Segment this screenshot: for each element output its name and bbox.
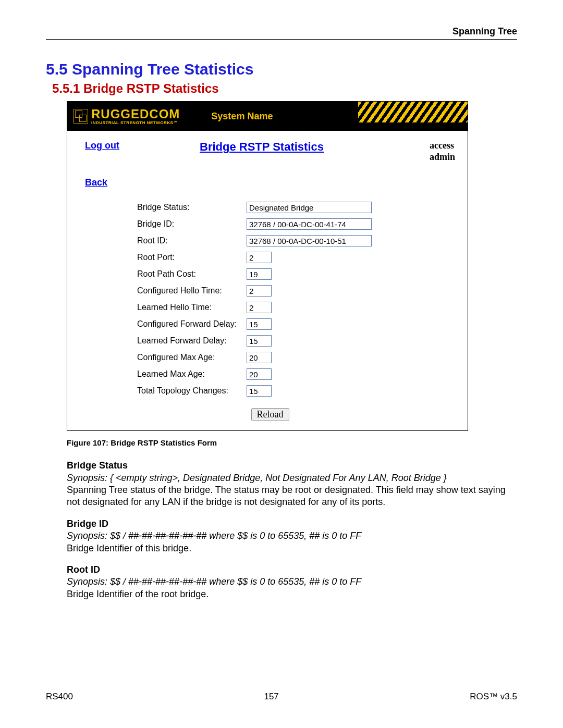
- form-input[interactable]: [247, 252, 272, 263]
- form-area: Bridge Status:Bridge ID:Root ID:Root Por…: [137, 202, 455, 397]
- form-input[interactable]: [247, 352, 272, 363]
- form-input[interactable]: [247, 385, 272, 397]
- form-input[interactable]: [247, 335, 272, 347]
- access-label: access admin: [430, 140, 455, 163]
- form-label: Configured Hello Time:: [137, 286, 247, 295]
- form-row: Root Path Cost:: [137, 268, 455, 280]
- divider: [46, 39, 517, 40]
- access-line1: access: [430, 140, 454, 151]
- form-row: Bridge Status:: [137, 202, 455, 213]
- panel-body: Log out Bridge RSTP Statistics access ad…: [67, 131, 468, 430]
- form-row: Configured Hello Time:: [137, 285, 455, 297]
- stats-panel: RUGGEDCOM INDUSTRIAL STRENGTH NETWORKS™ …: [67, 101, 468, 431]
- form-row: Bridge ID:: [137, 218, 455, 230]
- form-label: Root Path Cost:: [137, 269, 247, 279]
- form-label: Bridge ID:: [137, 219, 247, 229]
- reload-button[interactable]: Reload: [251, 408, 289, 421]
- form-label: Root Port:: [137, 253, 247, 262]
- description-block: Bridge Status Synopsis: { <empty string>…: [67, 460, 517, 600]
- heading-5-5: 5.5 Spanning Tree Statistics: [46, 60, 517, 78]
- footer-left: RS400: [46, 692, 73, 702]
- form-input[interactable]: [247, 285, 272, 297]
- form-label: Root ID:: [137, 236, 247, 245]
- form-input[interactable]: [247, 318, 272, 330]
- bridge-id-body: Bridge Identifier of this bridge.: [67, 542, 517, 554]
- panel-header: RUGGEDCOM INDUSTRIAL STRENGTH NETWORKS™ …: [67, 102, 468, 131]
- form-label: Configured Max Age:: [137, 353, 247, 362]
- form-row: Learned Hello Time:: [137, 302, 455, 313]
- bridge-id-synopsis: Synopsis: $$ / ##-##-##-##-##-## where $…: [67, 530, 517, 542]
- form-label: Learned Max Age:: [137, 369, 247, 379]
- form-input[interactable]: [247, 218, 372, 230]
- panel-title-link[interactable]: Bridge RSTP Statistics: [200, 140, 324, 154]
- form-label: Learned Forward Delay:: [137, 336, 247, 346]
- form-label: Learned Hello Time:: [137, 303, 247, 312]
- form-row: Configured Forward Delay:: [137, 318, 455, 330]
- access-line2: admin: [430, 152, 455, 162]
- footer-right: ROS™ v3.5: [470, 692, 517, 702]
- back-link[interactable]: Back: [85, 177, 107, 188]
- bridge-status-body: Spanning Tree status of the bridge. The …: [67, 484, 517, 509]
- logo-icon: [74, 109, 88, 124]
- logo: RUGGEDCOM INDUSTRIAL STRENGTH NETWORKS™: [67, 108, 180, 125]
- hazard-stripes-icon: [358, 102, 468, 122]
- bridge-status-synopsis: Synopsis: { <empty string>, Designated B…: [67, 472, 517, 484]
- system-name-label: System Name: [211, 111, 273, 122]
- form-input[interactable]: [247, 202, 372, 213]
- form-input[interactable]: [247, 302, 272, 313]
- form-label: Total Topology Changes:: [137, 386, 247, 396]
- form-row: Configured Max Age:: [137, 352, 455, 363]
- root-id-body: Bridge Identifier of the root bridge.: [67, 588, 517, 600]
- form-label: Bridge Status:: [137, 203, 247, 212]
- logout-link[interactable]: Log out: [85, 140, 200, 151]
- bridge-status-title: Bridge Status: [67, 460, 517, 472]
- form-label: Configured Forward Delay:: [137, 319, 247, 329]
- logo-subtext: INDUSTRIAL STRENGTH NETWORKS™: [91, 120, 180, 125]
- logo-text: RUGGEDCOM: [91, 108, 180, 120]
- form-row: Learned Forward Delay:: [137, 335, 455, 347]
- root-id-title: Root ID: [67, 564, 517, 576]
- form-row: Root Port:: [137, 252, 455, 263]
- form-row: Learned Max Age:: [137, 368, 455, 380]
- form-input[interactable]: [247, 368, 272, 380]
- form-input[interactable]: [247, 268, 272, 280]
- footer-center: 157: [46, 692, 517, 702]
- header-section: Spanning Tree: [46, 26, 517, 37]
- figure-caption: Figure 107: Bridge RSTP Statistics Form: [67, 438, 517, 447]
- heading-5-5-1: 5.5.1 Bridge RSTP Statistics: [46, 81, 517, 96]
- bridge-id-title: Bridge ID: [67, 518, 517, 530]
- form-input[interactable]: [247, 235, 372, 246]
- form-row: Total Topology Changes:: [137, 385, 455, 397]
- root-id-synopsis: Synopsis: $$ / ##-##-##-##-##-## where $…: [67, 576, 517, 588]
- page-footer: RS400 ROS™ v3.5 157: [46, 692, 517, 702]
- form-row: Root ID:: [137, 235, 455, 246]
